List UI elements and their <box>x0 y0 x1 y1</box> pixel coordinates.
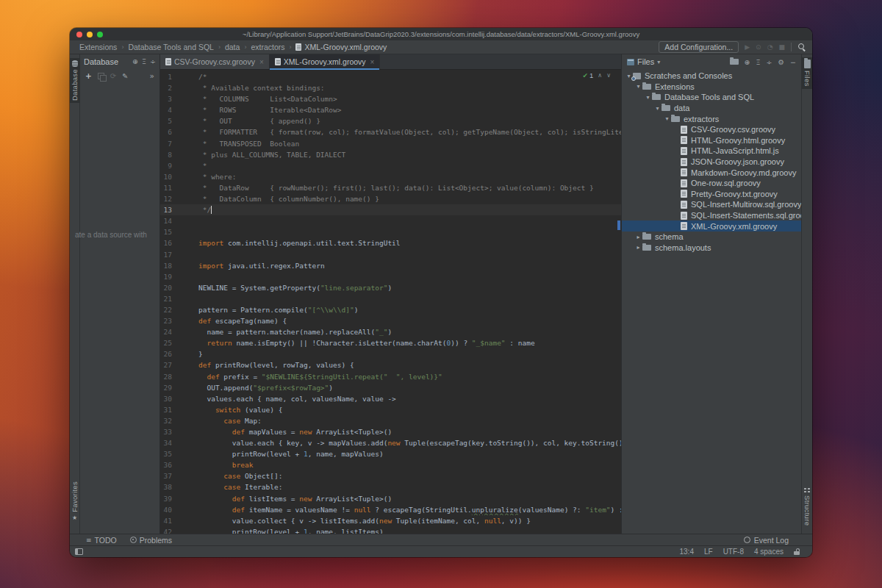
code-line[interactable]: 35 printRow(level + 1, name, mapValues) <box>160 448 621 459</box>
expand-collapse-icon[interactable]: ÷ <box>767 58 772 66</box>
toolwindow-tab-structure[interactable]: Structure <box>802 485 812 528</box>
code-line[interactable]: 40 def itemName = valuesName != null ? e… <box>160 504 621 515</box>
tree-item-html-groovy-html-groovy[interactable]: HTML-Groovy.html.groovy <box>622 135 801 146</box>
code-line[interactable]: 33 def mapValues = new ArrayList<Tuple>(… <box>160 426 621 437</box>
code-line[interactable]: 22pattern = Pattern.compile("[^\\w\\d]") <box>160 304 621 315</box>
files-panel-title[interactable]: Files <box>637 57 654 66</box>
code-line[interactable]: 19 <box>160 271 621 282</box>
code-line[interactable]: 1/* <box>160 71 621 82</box>
code-line[interactable]: 41 value.collect { v -> listItems.add(ne… <box>160 515 621 526</box>
search-icon[interactable] <box>797 43 806 51</box>
next-problem-icon[interactable]: ∨ <box>606 72 611 79</box>
code-line[interactable]: 3 * COLUMNS List<DataColumn> <box>160 93 621 104</box>
breadcrumb-item[interactable]: Database Tools and SQL <box>128 43 214 51</box>
stop-icon[interactable]: ■ <box>778 44 785 51</box>
tree-item-scratches-and-consoles[interactable]: ▾Scratches and Consoles <box>622 71 801 82</box>
code-line[interactable]: 10 * where: <box>160 171 621 182</box>
breadcrumb-item[interactable]: extractors <box>251 43 284 51</box>
todo-button[interactable]: ≡ TODO <box>86 536 117 545</box>
breadcrumb-file[interactable]: XML-Groovy.xml.groovy <box>295 43 387 51</box>
tree-item-sql-insert-multirow-sql-groovy[interactable]: SQL-Insert-Multirow.sql.groovy <box>622 199 801 210</box>
code-line[interactable]: 5 * OUT { append() } <box>160 115 621 126</box>
tree-item-json-groovy-json-groovy[interactable]: JSON-Groovy.json.groovy <box>622 157 801 168</box>
code-line[interactable]: 30 values.each { name, col, valuesName, … <box>160 393 621 404</box>
tree-item-extractors[interactable]: ▾extractors <box>622 113 801 124</box>
tree-item-markdown-groovy-md-groovy[interactable]: Markdown-Groovy.md.groovy <box>622 167 801 178</box>
unlocked-padlock-icon[interactable] <box>794 551 800 555</box>
tab-xml-groovy[interactable]: XML-Groovy.xml.groovy × <box>270 54 381 69</box>
code-line[interactable]: 2 * Available context bindings: <box>160 82 621 93</box>
caret-position[interactable]: 13:4 <box>679 548 693 556</box>
code-line[interactable]: 9 * <box>160 160 621 171</box>
hide-panel-icon[interactable]: − <box>790 58 796 66</box>
debug-icon[interactable]: ⊙ <box>756 44 761 51</box>
tree-item-xml-groovy-xml-groovy[interactable]: XML-Groovy.xml.groovy <box>622 220 801 232</box>
more-actions-icon[interactable]: » <box>150 71 154 80</box>
error-stripe-caret-mark[interactable] <box>617 220 620 230</box>
data-source-properties-icon[interactable]: ✎ <box>122 72 128 80</box>
event-log-button[interactable]: Event Log <box>744 536 789 545</box>
tree-item-sql-insert-statements-sql-groovy[interactable]: SQL-Insert-Statements.sql.groovy <box>622 210 801 221</box>
prev-problem-icon[interactable]: ∧ <box>598 72 602 79</box>
duplicate-icon[interactable] <box>98 73 104 79</box>
code-line[interactable]: 28 def prefix = "$NEWLINE${StringUtil.re… <box>160 371 621 382</box>
toolwindow-toggle-icon[interactable] <box>75 548 83 555</box>
close-icon[interactable]: × <box>370 58 375 66</box>
indent-setting[interactable]: 4 spaces <box>754 548 784 556</box>
collapse-all-icon[interactable]: Ξ <box>756 58 761 66</box>
code-line[interactable]: 38 case Iterable: <box>160 481 621 492</box>
chevron-down-icon[interactable]: ▾ <box>663 115 671 122</box>
title-bar[interactable]: ~/Library/Application Support/JetBrains/… <box>70 28 812 40</box>
code-line[interactable]: 39 def listItems = new ArrayList<Tuple>(… <box>160 493 621 504</box>
tree-item-extensions[interactable]: ▾Extensions <box>622 82 801 93</box>
code-line[interactable]: 23def escapeTag(name) { <box>160 315 621 326</box>
tree-item-pretty-groovy-txt-groovy[interactable]: Pretty-Groovy.txt.groovy <box>622 189 801 200</box>
code-line[interactable]: 21 <box>160 293 621 304</box>
code-line[interactable]: 8 * plus ALL_COLUMNS, TABLE, DIALECT <box>160 149 621 160</box>
tree-item-schema[interactable]: ▸schema <box>622 232 801 243</box>
locate-icon[interactable]: ⊕ <box>132 58 138 65</box>
chevron-down-icon[interactable]: ▾ <box>657 59 660 65</box>
code-line[interactable]: 37 case Object[]: <box>160 470 621 481</box>
code-line[interactable]: 16import com.intellij.openapi.util.text.… <box>160 237 621 248</box>
code-line[interactable]: 15 <box>160 226 621 237</box>
tree-item-schema-layouts[interactable]: ▸schema.layouts <box>622 243 801 254</box>
code-line[interactable]: 4 * ROWS Iterable<DataRow> <box>160 104 621 115</box>
file-encoding[interactable]: UTF-8 <box>723 548 744 556</box>
add-data-source-icon[interactable]: + <box>85 71 92 80</box>
run-icon[interactable]: ▶ <box>745 44 750 51</box>
code-line[interactable]: 12 * DataColumn { columnNumber(), name()… <box>160 193 621 204</box>
tree-item-data[interactable]: ▾data <box>622 103 801 114</box>
toolwindow-tab-files[interactable]: Files <box>802 57 812 89</box>
code-line[interactable]: 36 break <box>160 459 621 470</box>
tree-item-database-tools-and-sql[interactable]: ▾Database Tools and SQL <box>622 92 801 103</box>
code-line[interactable]: 34 value.each { key, v -> mapValues.add(… <box>160 437 621 448</box>
collapse-all-icon[interactable]: Ξ <box>142 58 146 65</box>
breadcrumb-item[interactable]: Extensions <box>79 43 117 51</box>
problems-button[interactable]: Problems <box>130 536 172 545</box>
chevron-right-icon[interactable]: ▸ <box>634 244 642 251</box>
code-line[interactable]: 11 * DataRow { rowNumber(); first(); las… <box>160 182 621 193</box>
inspection-widget[interactable]: ✔1 ∧ ∨ <box>582 71 611 79</box>
code-editor[interactable]: 1/*2 * Available context bindings:3 * CO… <box>160 70 621 534</box>
code-line[interactable]: 25 return name.isEmpty() || !Character.i… <box>160 337 621 348</box>
tree-item-one-row-sql-groovy[interactable]: One-row.sql.groovy <box>622 178 801 189</box>
code-line[interactable]: 42 printRow(level + 1, name, listItems) <box>160 526 621 534</box>
tab-csv-groovy[interactable]: CSV-Groovy.csv.groovy × <box>160 54 270 69</box>
code-line[interactable]: 31 switch (value) { <box>160 404 621 415</box>
close-icon[interactable]: × <box>259 58 264 66</box>
code-line[interactable]: 24 name = pattern.matcher(name).replaceA… <box>160 326 621 337</box>
zoom-window-icon[interactable] <box>97 32 103 37</box>
tree-item-html-javascript-html-js[interactable]: HTML-JavaScript.html.js <box>622 146 801 157</box>
code-line[interactable]: 14 <box>160 215 621 226</box>
code-line[interactable]: 6 * FORMATTER { format(row, col); format… <box>160 126 621 137</box>
code-line[interactable]: 29 OUT.append("$prefix<$rowTag>") <box>160 382 621 393</box>
toolwindow-tab-favorites[interactable]: Favorites ★ <box>70 479 79 523</box>
add-configuration-button[interactable]: Add Configuration... <box>659 41 739 53</box>
code-line[interactable]: 18import java.util.regex.Pattern <box>160 260 621 271</box>
breadcrumb-item[interactable]: data <box>225 43 240 51</box>
close-window-icon[interactable] <box>76 32 82 37</box>
select-open-file-icon[interactable] <box>730 59 739 65</box>
line-ending[interactable]: LF <box>704 548 713 556</box>
chevron-down-icon[interactable]: ▾ <box>644 94 652 101</box>
